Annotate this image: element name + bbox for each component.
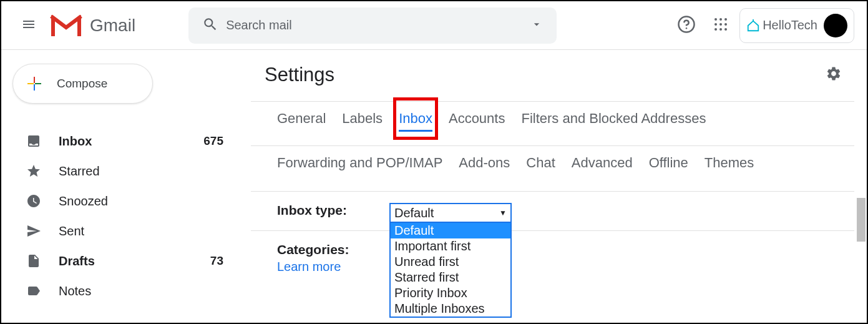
sidebar-item-label: Sent (59, 224, 223, 238)
inbox-type-control: Default ▼ DefaultImportant firstUnread f… (389, 203, 512, 223)
svg-point-9 (724, 28, 727, 31)
search-input[interactable] (226, 18, 523, 32)
svg-point-8 (719, 28, 722, 31)
categories-row: Categories: Learn more (251, 231, 854, 282)
tab-advanced[interactable]: Advanced (572, 147, 633, 179)
house-icon (746, 19, 760, 32)
inbox-type-option[interactable]: Starred first (391, 270, 510, 285)
plus-icon (23, 72, 46, 95)
caret-down-icon (534, 23, 539, 26)
compose-button[interactable]: Compose (12, 64, 153, 104)
search-options-button[interactable] (523, 11, 550, 41)
search-bar[interactable] (188, 7, 557, 44)
settings-tabs-row2: Forwarding and POP/IMAPAdd-onsChatAdvanc… (251, 145, 854, 184)
hellotech-logo: HelloTech (746, 18, 817, 32)
svg-point-0 (686, 27, 688, 29)
gmail-text: Gmail (90, 16, 135, 36)
caret-down-icon: ▼ (499, 209, 507, 217)
inbox-type-selected-value: Default (394, 206, 434, 220)
tab-accounts[interactable]: Accounts (449, 103, 505, 134)
tab-forwarding-and-pop-imap[interactable]: Forwarding and POP/IMAP (277, 147, 442, 179)
header-right: HelloTech (671, 8, 854, 43)
inbox-type-option[interactable]: Priority Inbox (391, 285, 510, 301)
account-chip[interactable]: HelloTech (739, 8, 854, 43)
tab-chat[interactable]: Chat (526, 147, 555, 179)
sidebar: Compose Inbox675StarredSnoozedSentDrafts… (1, 64, 238, 306)
inbox-type-select[interactable]: Default ▼ (389, 203, 512, 223)
gmail-logo-area[interactable]: Gmail (49, 12, 135, 39)
tab-labels[interactable]: Labels (342, 103, 383, 134)
tab-themes[interactable]: Themes (705, 147, 754, 179)
settings-header: Settings (251, 64, 854, 101)
inbox-type-option[interactable]: Default (391, 223, 510, 238)
inbox-type-option[interactable]: Unread first (391, 254, 510, 270)
svg-point-4 (714, 23, 717, 26)
sidebar-item-label: Inbox (59, 134, 203, 149)
search-icon[interactable] (195, 9, 226, 42)
main-menu-button[interactable] (14, 9, 44, 42)
sidebar-item-label: Starred (59, 164, 223, 179)
sidebar-item-label: Notes (59, 284, 223, 298)
inbox-type-option[interactable]: Important first (391, 238, 510, 254)
compose-label: Compose (57, 77, 107, 91)
support-button[interactable] (671, 9, 702, 42)
svg-point-7 (714, 28, 717, 31)
svg-point-3 (724, 18, 727, 21)
sidebar-item-label: Snoozed (59, 194, 223, 209)
avatar[interactable] (824, 14, 847, 37)
inbox-type-label: Inbox type: (277, 203, 389, 223)
tab-offline[interactable]: Offline (649, 147, 688, 179)
settings-gear-button[interactable] (826, 66, 842, 84)
settings-main: Settings GeneralLabelsInboxAccountsFilte… (251, 64, 854, 282)
sidebar-item-inbox[interactable]: Inbox675 (1, 126, 238, 156)
gmail-logo-icon (49, 12, 84, 39)
sidebar-item-sent[interactable]: Sent (1, 216, 238, 246)
apps-grid-icon (713, 17, 728, 32)
sidebar-item-snoozed[interactable]: Snoozed (1, 186, 238, 216)
learn-more-link[interactable]: Learn more (277, 260, 349, 274)
svg-point-1 (714, 18, 717, 21)
hamburger-icon (21, 17, 36, 32)
google-apps-button[interactable] (707, 11, 734, 41)
tab-inbox[interactable]: Inbox (399, 103, 432, 134)
header: Gmail HelloTech (1, 1, 867, 50)
gear-icon (826, 66, 842, 82)
page-title: Settings (265, 64, 334, 86)
sidebar-item-drafts[interactable]: Drafts73 (1, 246, 238, 276)
tab-general[interactable]: General (277, 103, 326, 134)
categories-label: Categories: (277, 242, 349, 257)
tab-filters-and-blocked-addresses[interactable]: Filters and Blocked Addresses (521, 103, 706, 134)
nav-list: Inbox675StarredSnoozedSentDrafts73Notes (1, 126, 238, 306)
sidebar-item-label: Drafts (59, 254, 210, 268)
sidebar-item-notes[interactable]: Notes (1, 276, 238, 306)
settings-tabs-row1: GeneralLabelsInboxAccountsFilters and Bl… (251, 101, 854, 139)
sidebar-item-count: 73 (210, 254, 223, 268)
svg-point-2 (719, 18, 722, 21)
svg-point-5 (719, 23, 722, 26)
svg-point-6 (724, 23, 727, 26)
inbox-type-dropdown: DefaultImportant firstUnread firstStarre… (389, 223, 512, 318)
inbox-type-option[interactable]: Multiple Inboxes (391, 301, 510, 317)
sidebar-item-starred[interactable]: Starred (1, 156, 238, 186)
scrollbar-thumb[interactable] (857, 198, 866, 242)
settings-body: Inbox type: Default ▼ DefaultImportant f… (251, 191, 854, 282)
tab-add-ons[interactable]: Add-ons (459, 147, 510, 179)
sidebar-item-count: 675 (203, 134, 223, 148)
inbox-type-row: Inbox type: Default ▼ DefaultImportant f… (251, 192, 854, 231)
